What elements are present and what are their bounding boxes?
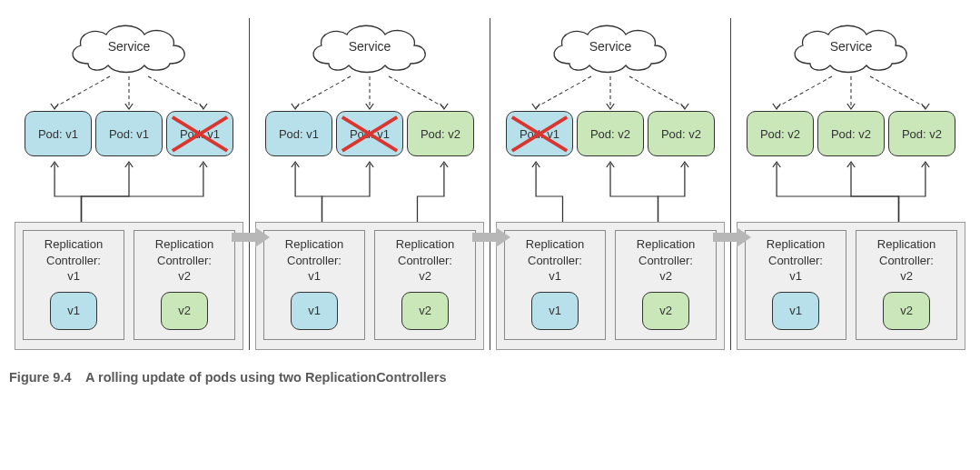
replication-controller: ReplicationController:v2 v2	[374, 230, 476, 340]
stage: Service Pod: v2Pod: v2Pod: v2 Replicatio…	[731, 18, 971, 350]
replication-controller: ReplicationController:v1 v1	[23, 230, 124, 340]
pod: Pod: v2	[577, 111, 644, 156]
pod: Pod: v2	[817, 111, 885, 156]
svg-line-10	[536, 76, 591, 107]
rc-title: ReplicationController:v2	[396, 236, 454, 285]
pod-label: Pod: v2	[831, 127, 871, 141]
rc-title: ReplicationController:v1	[526, 236, 584, 285]
rc-panel: ReplicationController:v1 v1 ReplicationC…	[255, 222, 484, 350]
pods-row: Pod: v1Pod: v1 Pod: v2	[255, 111, 484, 156]
pod-label: Pod: v1	[350, 127, 390, 141]
service-label: Service	[589, 39, 632, 54]
replication-controller: ReplicationController:v1 v1	[504, 230, 606, 340]
figure-number: Figure 9.4	[9, 370, 72, 385]
figure-caption: Figure 9.4 A rolling update of pods usin…	[9, 370, 971, 385]
stage: Service Pod: v1Pod: v1 Pod: v2 Replicati…	[250, 18, 490, 350]
rc-template-chip: v2	[642, 292, 689, 330]
pod: Pod: v1	[95, 111, 163, 156]
pod: Pod: v2	[648, 111, 715, 156]
service-to-pod-arrows	[737, 75, 965, 111]
pods-row: Pod: v1 Pod: v2Pod: v2	[496, 111, 725, 156]
rc-panel: ReplicationController:v1 v1 ReplicationC…	[737, 222, 965, 350]
pod-label: Pod: v1	[180, 127, 220, 141]
rc-template-chip: v2	[883, 292, 930, 330]
service-label: Service	[108, 39, 151, 54]
svg-line-0	[54, 76, 110, 107]
rc-title: ReplicationController:v2	[637, 236, 695, 285]
svg-line-15	[777, 76, 832, 107]
rc-template-chip: v2	[161, 292, 208, 330]
service-label: Service	[349, 39, 391, 54]
service-to-pod-arrows	[496, 75, 725, 111]
svg-line-17	[870, 76, 926, 107]
pod: Pod: v1	[265, 111, 332, 156]
replication-controller: ReplicationController:v2 v2	[134, 230, 235, 340]
pod-label: Pod: v1	[109, 127, 149, 141]
replication-controller: ReplicationController:v1 v1	[263, 230, 365, 340]
rc-template-chip: v1	[531, 292, 579, 330]
pod-label: Pod: v2	[421, 127, 460, 141]
rc-title: ReplicationController:v1	[767, 236, 825, 285]
pod-label: Pod: v1	[38, 127, 78, 141]
rc-title: ReplicationController:v1	[285, 236, 343, 285]
pod-label: Pod: v2	[760, 127, 800, 141]
svg-line-12	[629, 76, 685, 107]
pod-label: Pod: v1	[520, 127, 559, 141]
service-cloud: Service	[255, 18, 484, 75]
pod: Pod: v1	[506, 111, 573, 156]
transition-arrow-icon	[711, 227, 751, 247]
service-cloud: Service	[496, 18, 725, 75]
rc-template-chip: v2	[401, 292, 449, 330]
figure-caption-text: A rolling update of pods using two Repli…	[85, 370, 446, 385]
replication-controller: ReplicationController:v2 v2	[615, 230, 717, 340]
pods-row: Pod: v2Pod: v2Pod: v2	[737, 111, 965, 156]
service-label: Service	[830, 39, 873, 54]
rc-title: ReplicationController:v2	[155, 236, 213, 285]
pod-label: Pod: v2	[661, 127, 701, 141]
rc-to-pod-connectors	[255, 158, 484, 222]
pod: Pod: v2	[888, 111, 955, 156]
rc-title: ReplicationController:v1	[45, 236, 103, 285]
stage: Service Pod: v1 Pod: v2Pod: v2 Replicati…	[490, 18, 730, 350]
service-to-pod-arrows	[255, 75, 484, 111]
svg-line-7	[389, 76, 444, 107]
service-to-pod-arrows	[15, 75, 243, 111]
rc-template-chip: v1	[291, 292, 338, 330]
transition-arrow-icon	[470, 227, 510, 247]
svg-line-5	[295, 76, 351, 107]
rc-template-chip: v1	[772, 292, 819, 330]
diagram-root: Service Pod: v1Pod: v1Pod: v1 Replicatio…	[9, 18, 971, 350]
pod: Pod: v2	[747, 111, 814, 156]
service-cloud: Service	[737, 18, 965, 75]
rc-template-chip: v1	[50, 292, 97, 330]
service-cloud: Service	[15, 18, 243, 75]
rc-panel: ReplicationController:v1 v1 ReplicationC…	[15, 222, 243, 350]
rc-to-pod-connectors	[737, 158, 965, 222]
replication-controller: ReplicationController:v2 v2	[856, 230, 957, 340]
rc-title: ReplicationController:v2	[877, 236, 935, 285]
rc-to-pod-connectors	[15, 158, 243, 222]
pod-label: Pod: v1	[279, 127, 319, 141]
pod-label: Pod: v2	[590, 127, 630, 141]
stage: Service Pod: v1Pod: v1Pod: v1 Replicatio…	[9, 18, 249, 350]
pod: Pod: v1	[336, 111, 403, 156]
svg-line-2	[148, 76, 203, 107]
rc-to-pod-connectors	[496, 158, 725, 222]
pod: Pod: v2	[407, 111, 474, 156]
rc-panel: ReplicationController:v1 v1 ReplicationC…	[496, 222, 725, 350]
pods-row: Pod: v1Pod: v1Pod: v1	[15, 111, 243, 156]
replication-controller: ReplicationController:v1 v1	[745, 230, 846, 340]
pod: Pod: v1	[25, 111, 92, 156]
pod: Pod: v1	[166, 111, 233, 156]
pod-label: Pod: v2	[902, 127, 942, 141]
transition-arrow-icon	[230, 227, 270, 247]
